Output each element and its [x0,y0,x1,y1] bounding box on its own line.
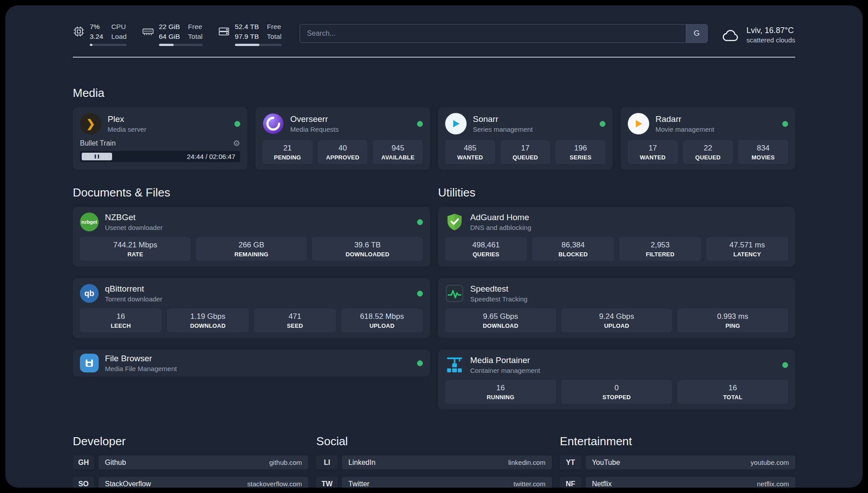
link-github[interactable]: Github github.com [99,455,308,469]
top-bar: 7% CPU 3.24 Load 22 GiB Free 64 GiB Tota… [73,22,795,46]
app-card-portainer[interactable]: Media Portainer Container management 16 … [438,350,795,409]
cpu-icon [73,25,85,38]
app-card-qbittorrent[interactable]: qb qBittorrent Torrent downloader 16 LEE… [73,278,430,338]
stat-movies: 834 MOVIES [738,140,788,164]
section-social: Social LI LinkedIn linkedin.com TW Twitt… [316,435,551,488]
stat-ping: 0.993 ms PING [677,309,788,332]
stat-latency: 47.571 ms LATENCY [706,237,788,261]
disk-total-value: 97.9 TB [235,32,259,41]
adguard-icon [445,213,464,231]
link-netflix[interactable]: Netflix netflix.com [586,477,795,488]
app-name: File Browser [105,354,177,363]
app-subtitle: Movie management [655,125,714,133]
header-divider [73,57,795,58]
stat-rate: 744.21 Mbps RATE [80,237,191,261]
link-row-netflix: NF Netflix netflix.com [560,477,795,488]
gear-icon[interactable]: ⚙ [233,139,240,147]
app-subtitle: DNS and adblocking [470,224,531,231]
link-abbr: SO [73,477,94,488]
app-card-filebrowser[interactable]: File Browser Media File Management [73,350,430,376]
section-title-social: Social [316,435,551,448]
link-row-twitter: TW Twitter twitter.com [316,477,551,488]
stat-approved: 40 APPROVED [318,140,368,164]
link-stackoverflow[interactable]: StackOverflow stackoverflow.com [99,477,308,488]
pause-icon [95,155,96,159]
app-card-overseerr[interactable]: Overseerr Media Requests 21 PENDING 40 A… [255,107,430,170]
app-card-radarr[interactable]: Radarr Movie management 17 WANTED 22 QUE… [621,107,795,170]
weather-condition: scattered clouds [747,36,795,44]
stat-download: 1.19 Gbps DOWNLOAD [167,309,249,332]
disk-total-label: Total [267,32,282,41]
status-dot [782,121,788,127]
link-row-github: GH Github github.com [73,455,308,469]
filebrowser-icon [80,354,99,372]
link-youtube[interactable]: YouTube youtube.com [586,455,795,469]
section-documents: Documents & Files nzbget NZBGet Usenet d… [73,186,430,409]
ram-total-label: Total [188,32,203,41]
disk-metric: 52.4 TB Free 97.9 TB Total [218,22,282,46]
section-entertainment: Entertainment YT YouTube youtube.com NF … [560,435,795,488]
sonarr-icon [445,113,467,134]
stat-seed: 471 SEED [254,309,336,332]
stat-total: 16 TOTAL [677,380,788,404]
app-name: NZBGet [105,213,163,222]
cpu-label: CPU [111,22,126,31]
app-name: Overseerr [290,114,338,124]
ram-free-label: Free [188,22,203,31]
section-media: Media ❯ Plex Media server Bullet Train ⚙ [73,86,795,170]
link-row-youtube: YT YouTube youtube.com [560,455,795,469]
link-abbr: YT [560,455,581,469]
stat-available: 945 AVAILABLE [373,140,423,164]
now-playing-title: Bullet Train [80,139,116,147]
app-card-nzbget[interactable]: nzbget NZBGet Usenet downloader 744.21 M… [73,207,430,267]
link-linkedin[interactable]: LinkedIn linkedin.com [342,455,551,469]
section-title-entertainment: Entertainment [560,435,795,448]
status-dot [417,291,423,297]
stat-queued: 22 QUEUED [683,140,733,164]
stat-leech: 16 LEECH [80,309,162,332]
disk-free-value: 52.4 TB [235,22,259,31]
app-subtitle: Media Requests [290,125,338,133]
ram-icon [142,25,154,38]
app-subtitle: Media server [108,125,146,133]
stat-filtered: 2,953 FILTERED [619,237,701,261]
status-dot [600,121,605,127]
cpu-load-value: 3.24 [90,32,103,41]
link-twitter[interactable]: Twitter twitter.com [342,477,551,488]
stat-pending: 21 PENDING [263,140,313,164]
app-card-plex[interactable]: ❯ Plex Media server Bullet Train ⚙ [73,107,247,170]
status-dot [417,121,423,127]
app-name: Plex [108,114,146,124]
section-title-utilities: Utilities [438,186,795,200]
app-card-sonarr[interactable]: Sonarr Series management 485 WANTED 17 Q… [438,107,613,170]
stat-series: 196 SERIES [555,140,605,164]
status-dot [782,362,788,368]
ram-free-value: 22 GiB [159,22,180,31]
ram-metric: 22 GiB Free 64 GiB Total [142,22,203,46]
link-row-stackoverflow: SO StackOverflow stackoverflow.com [73,477,308,488]
app-name: qBittorrent [105,284,162,294]
link-abbr: TW [316,477,338,488]
status-dot [417,360,423,366]
disk-progress-bar [235,44,282,46]
search-input[interactable] [300,25,686,42]
ram-progress-bar [159,44,203,46]
section-utilities: Utilities AdGuard Home [438,186,795,409]
link-row-linkedin: LI LinkedIn linkedin.com [316,455,551,469]
stat-downloaded: 39.6 TB DOWNLOADED [312,237,423,261]
cpu-usage-value: 7% [90,22,103,31]
stat-queries: 498,461 QUERIES [445,237,527,261]
app-name: AdGuard Home [470,213,531,222]
stat-blocked: 86,384 BLOCKED [532,237,614,261]
weather-widget: Lviv, 16.87°C scattered clouds [721,26,795,44]
playback-progress-bar[interactable]: 24:44 / 02:06:47 [80,151,240,162]
section-title-developer: Developer [73,435,308,448]
portainer-icon [445,355,464,374]
app-card-adguard[interactable]: AdGuard Home DNS and adblocking 498,461 … [438,207,795,267]
stat-wanted: 485 WANTED [445,140,495,164]
search-engine-button[interactable]: G [686,25,707,42]
dashboard: 7% CPU 3.24 Load 22 GiB Free 64 GiB Tota… [5,5,863,488]
app-card-speedtest[interactable]: Speedtest Speedtest Tracking 9.65 Gbps D… [438,278,795,338]
stat-queued: 17 QUEUED [501,140,551,164]
pause-button[interactable] [82,153,112,160]
